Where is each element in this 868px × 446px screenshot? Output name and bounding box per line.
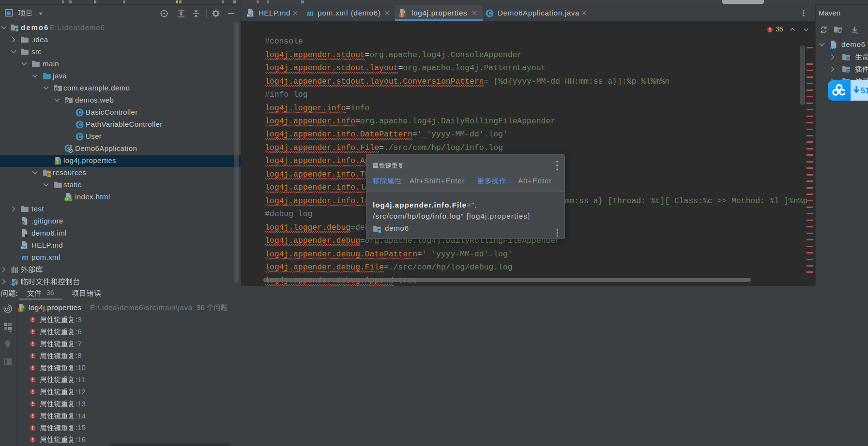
svg-text:C: C — [77, 109, 82, 116]
svg-text:m: m — [830, 43, 835, 49]
svg-text:C: C — [77, 121, 82, 128]
svg-text:MD: MD — [21, 246, 26, 249]
svg-text:C: C — [487, 10, 492, 17]
svg-text:m: m — [307, 9, 314, 18]
svg-text:C: C — [77, 134, 82, 140]
svg-text:H: H — [65, 197, 68, 201]
svg-text:m: m — [22, 253, 29, 262]
svg-text:MD: MD — [247, 14, 252, 17]
